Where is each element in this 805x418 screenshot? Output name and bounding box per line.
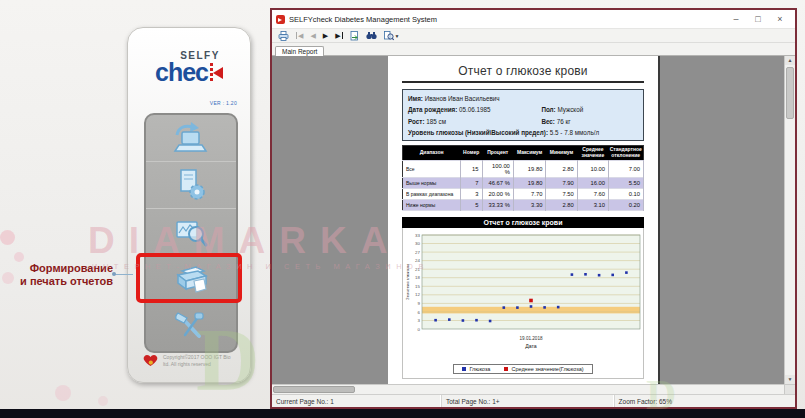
chart-legend: ГлюкозаСреднее значение(Глюкоза) — [453, 364, 592, 374]
patient-sex-value: Мужской — [557, 106, 583, 113]
svg-text:3: 3 — [418, 318, 421, 323]
bottom-black-strip — [0, 409, 805, 418]
table-cell: 5 — [460, 199, 482, 210]
first-page-button[interactable]: ◀ — [296, 32, 303, 39]
sidebar-button-data-settings[interactable] — [146, 162, 236, 209]
table-cell: 2.80 — [546, 160, 577, 177]
maximize-button[interactable]: □ — [747, 11, 769, 27]
table-cell: 7.50 — [546, 188, 577, 199]
title-bar: SELFYcheck Diabetes Management System – … — [272, 10, 795, 28]
vertical-scrollbar[interactable]: ▲ ▼ — [784, 56, 795, 384]
selfycheck-logo: SELFY chec — [128, 50, 250, 87]
stats-header-cell: Процент — [482, 146, 513, 161]
legend-item: Среднее значение(Глюкоза) — [504, 366, 583, 372]
table-cell: 7.00 — [609, 160, 644, 177]
glucose-range-row: Уровень глюкозы (Низкий\Высокий предел):… — [408, 127, 638, 138]
horizontal-scrollbar[interactable] — [272, 384, 795, 394]
svg-text:0: 0 — [418, 326, 421, 331]
copyright-line1: Copyright©2017 OOO IGT Bio — [163, 354, 231, 360]
scrollbar-corner — [784, 385, 795, 394]
last-page-button[interactable]: ▶ — [335, 32, 342, 39]
export-button[interactable] — [350, 31, 359, 41]
highlight-box — [136, 253, 242, 303]
decor-dot — [14, 252, 24, 262]
patient-birth-value: 05.06.1985 — [459, 106, 491, 113]
report-viewer: Отчет о глюкозе крови Имя: Иванов Иван В… — [272, 56, 795, 384]
prev-page-button[interactable]: ◀ — [310, 32, 315, 39]
callout-connector-line — [114, 274, 133, 275]
find-button[interactable] — [366, 31, 377, 40]
callout-line2: и печать отчетов — [0, 275, 113, 288]
glucose-range-label: Уровень глюкозы (Низкий\Высокий предел): — [408, 129, 548, 136]
logo-k-triangle-icon — [213, 67, 223, 79]
stats-table: ДиапазонНомерПроцентМаксимумМинимумСредн… — [402, 145, 644, 211]
report-title: Отчет о глюкозе крови — [402, 64, 644, 78]
table-cell: 100.00 % — [482, 160, 513, 177]
svg-text:21: 21 — [415, 267, 420, 272]
table-row: В рамках диапазона320.00 %7.707.507.600.… — [403, 188, 644, 199]
svg-text:33: 33 — [415, 232, 420, 237]
vertical-scroll-thumb[interactable] — [786, 67, 794, 119]
stats-header-cell: Максимум — [513, 146, 546, 161]
decor-dot — [55, 385, 71, 401]
chart-section-header: Отчет о глюкозе крови — [402, 217, 644, 228]
next-page-button[interactable]: ▶ — [323, 32, 328, 39]
patient-info-box: Имя: Иванов Иван Васильевич Дата рождени… — [402, 89, 644, 141]
table-cell: 7.90 — [546, 177, 577, 188]
callout-line1: Формирование — [0, 262, 113, 275]
zoom-dropdown-caret-icon[interactable]: ▼ — [395, 33, 400, 39]
svg-text:9: 9 — [418, 301, 421, 306]
window-title: SELFYcheck Diabetes Management System — [289, 15, 725, 24]
selfycheck-device-panel: SELFY chec VER : 1.20 — [127, 27, 251, 383]
table-cell: 19.80 — [513, 177, 546, 188]
status-current-page: Current Page No.: 1 — [272, 395, 442, 407]
printer-icon — [278, 31, 289, 41]
patient-name-row: Имя: Иванов Иван Васильевич — [408, 93, 638, 104]
patient-birth-sex-row: Дата рождения: 05.06.1985 Пол: Мужской — [408, 104, 638, 115]
table-row: Все15100.00 %19.802.8010.007.00 — [403, 160, 644, 177]
table-row: Ниже нормы533.33 %3.302.803.100.20 — [403, 199, 644, 210]
table-cell: 3.30 — [513, 199, 546, 210]
binoculars-icon — [366, 31, 377, 40]
sidebar-button-import-data[interactable] — [146, 115, 236, 162]
minimize-button[interactable]: – — [725, 11, 747, 27]
title-rule — [402, 81, 644, 83]
app-logo-icon — [276, 15, 285, 24]
legend-item: Глюкоза — [462, 366, 490, 372]
view-analysis-icon — [171, 214, 211, 250]
legend-marker-icon — [462, 367, 466, 371]
screenshot-stage: SELFY chec VER : 1.20 — [0, 0, 805, 418]
tab-main-report[interactable]: Main Report — [275, 46, 324, 56]
status-zoom-factor: Zoom Factor: 65% — [615, 395, 795, 407]
app-window: SELFYcheck Diabetes Management System – … — [270, 8, 797, 409]
callout-label: Формирование и печать отчетов — [0, 262, 113, 288]
patient-sex-label: Пол: — [541, 106, 555, 113]
horizontal-scroll-thumb[interactable] — [273, 386, 355, 393]
patient-height-weight-row: Рост: 185 см Вес: 76 кг — [408, 116, 638, 127]
svg-text:6: 6 — [418, 309, 421, 314]
scroll-down-icon[interactable]: ▼ — [785, 375, 795, 384]
table-cell: 7 — [460, 177, 482, 188]
copyright-block: Copyright©2017 OOO IGT Bio ltd. All righ… — [142, 354, 231, 367]
sidebar-button-view-analysis[interactable] — [146, 209, 236, 256]
version-label: VER : 1.20 — [210, 100, 237, 106]
close-button[interactable]: × — [769, 11, 791, 27]
table-cell: 3.10 — [577, 199, 608, 210]
glucose-chart: 0369121518212427303319.01.2018ДатаЗначен… — [403, 231, 643, 357]
scroll-up-icon[interactable]: ▲ — [785, 56, 795, 65]
sidebar-button-tools[interactable] — [146, 303, 236, 350]
table-cell: 7.70 — [513, 188, 546, 199]
tools-icon — [171, 309, 211, 345]
stats-table-body: Все15100.00 %19.802.8010.007.00Выше норм… — [403, 160, 644, 210]
logo-check-text: chec — [155, 58, 208, 87]
stats-table-head: ДиапазонНомерПроцентМаксимумМинимумСредн… — [403, 146, 644, 161]
zoom-button[interactable]: ▼ — [384, 31, 400, 41]
legend-marker-icon — [504, 367, 508, 371]
export-icon — [350, 31, 359, 41]
svg-text:18: 18 — [415, 275, 420, 280]
table-cell: 46.67 % — [482, 177, 513, 188]
table-row: Выше нормы746.67 %19.807.9016.005.50 — [403, 177, 644, 188]
table-cell: 5.50 — [609, 177, 644, 188]
table-cell: 20.00 % — [482, 188, 513, 199]
print-button[interactable] — [278, 31, 289, 41]
